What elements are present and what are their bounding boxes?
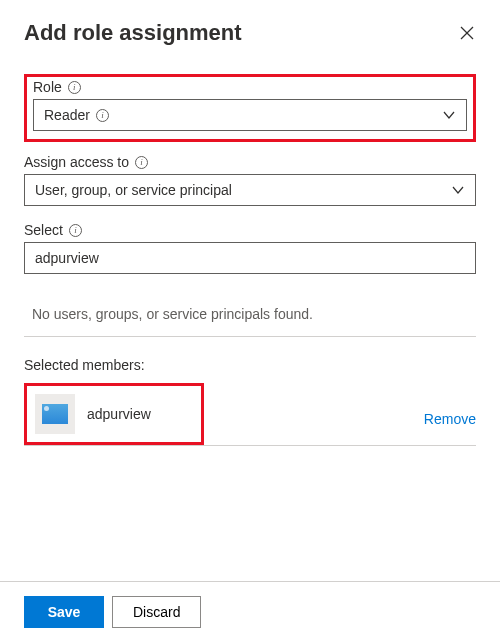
assign-access-label-text: Assign access to bbox=[24, 154, 129, 170]
footer: Save Discard bbox=[0, 581, 500, 642]
role-dropdown[interactable]: Reader bbox=[33, 99, 467, 131]
info-icon[interactable] bbox=[96, 109, 109, 122]
selected-member-highlight: adpurview bbox=[24, 383, 204, 445]
discard-button[interactable]: Discard bbox=[112, 596, 201, 628]
role-highlight: Role Reader bbox=[24, 74, 476, 142]
role-dropdown-value: Reader bbox=[44, 107, 109, 123]
chevron-down-icon bbox=[451, 183, 465, 197]
assign-access-dropdown[interactable]: User, group, or service principal bbox=[24, 174, 476, 206]
save-button[interactable]: Save bbox=[24, 596, 104, 628]
info-icon[interactable] bbox=[135, 156, 148, 169]
role-field-group: Role Reader bbox=[33, 79, 467, 131]
info-icon[interactable] bbox=[68, 81, 81, 94]
divider bbox=[24, 336, 476, 337]
selected-members-section: Selected members: adpurview Remove bbox=[24, 357, 476, 446]
remove-member-link[interactable]: Remove bbox=[424, 411, 476, 427]
member-item[interactable]: adpurview bbox=[35, 394, 193, 434]
selected-members-label: Selected members: bbox=[24, 357, 476, 373]
no-results-message: No users, groups, or service principals … bbox=[24, 290, 476, 336]
select-label: Select bbox=[24, 222, 476, 238]
role-label-text: Role bbox=[33, 79, 62, 95]
role-label: Role bbox=[33, 79, 467, 95]
select-label-text: Select bbox=[24, 222, 63, 238]
app-icon bbox=[42, 404, 68, 424]
divider bbox=[24, 445, 476, 446]
member-avatar bbox=[35, 394, 75, 434]
member-name: adpurview bbox=[87, 406, 151, 422]
select-field-group: Select bbox=[24, 222, 476, 274]
close-button[interactable] bbox=[458, 24, 476, 42]
role-value-text: Reader bbox=[44, 107, 90, 123]
info-icon[interactable] bbox=[69, 224, 82, 237]
assign-access-label: Assign access to bbox=[24, 154, 476, 170]
assign-access-value-text: User, group, or service principal bbox=[35, 182, 232, 198]
select-input[interactable] bbox=[24, 242, 476, 274]
close-icon bbox=[459, 25, 475, 41]
assign-access-dropdown-value: User, group, or service principal bbox=[35, 182, 232, 198]
page-title: Add role assignment bbox=[24, 20, 242, 46]
panel-header: Add role assignment bbox=[24, 20, 476, 46]
assign-access-field-group: Assign access to User, group, or service… bbox=[24, 154, 476, 206]
chevron-down-icon bbox=[442, 108, 456, 122]
